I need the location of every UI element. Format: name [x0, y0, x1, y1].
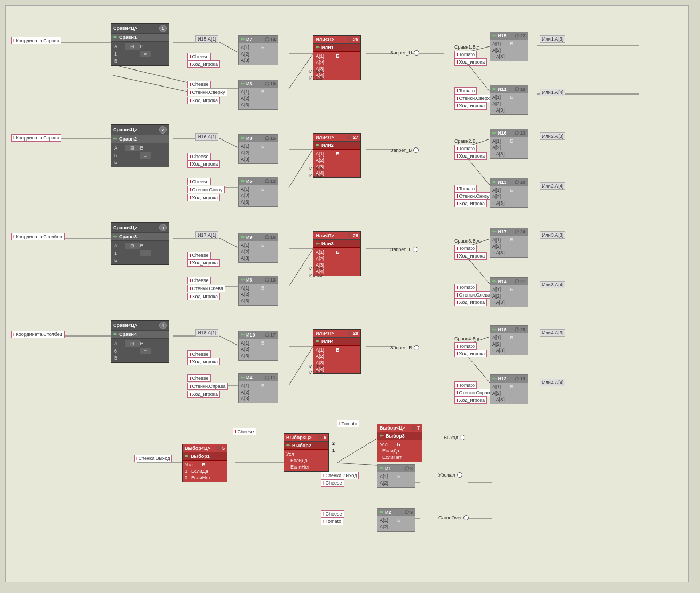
cheese-i5: ICheese: [187, 178, 211, 185]
i16-block[interactable]: ✏ И16 ⬠ 23 А[1]Б А[2] ○ А[3]: [490, 129, 528, 159]
i18-block[interactable]: ✏ И18 ⬠ 25 А[1]Б А[2] ○ А[3]: [490, 325, 528, 355]
i11-block[interactable]: ✏ И11 ⬠ 18 А[1]Б А[2] ○ А[3]: [490, 85, 528, 115]
srav2-b: В: [140, 145, 151, 151]
vybor1-sub: Выбор1: [191, 454, 210, 459]
input-koordinata-stroka-2: I Координата.Строка: [11, 134, 61, 142]
svg-line-44: [337, 463, 377, 465]
srav4-plus: ⊞: [125, 340, 140, 347]
srav4-a: А: [114, 341, 125, 346]
srav1-eq: =: [140, 51, 151, 57]
input-koordinata-stolbec-2: I Координата.Столбец: [11, 331, 65, 338]
i3-block[interactable]: ✏ И3 ⬠ 10 А[1]Б А[2] А[3]: [238, 80, 278, 110]
vyhod-output: Выход: [444, 434, 465, 440]
srav2-6: 6: [114, 153, 125, 158]
stenki-sverhu: IСтенки.Сверху: [187, 89, 227, 96]
i12-block[interactable]: ✏ И12 ⬠ 19 А[1]Б А[2] ○ А[3]: [490, 374, 528, 404]
i1-block[interactable]: ✏ И1 ⬠ 8 А[1]Б А[2]: [377, 464, 415, 488]
srav4-b2: Б: [114, 355, 125, 361]
svg-line-12: [219, 138, 241, 149]
i8-block[interactable]: ✏ И8 ⬠ 15 А[1]Б А[2] А[3]: [238, 134, 278, 164]
hod-igr-i6: IХод_игрока: [187, 293, 220, 300]
i5-block[interactable]: ✏ И5 ⬠ 12 А[1]Б А[2] А[3]: [238, 177, 278, 207]
conn-i17b: И17.Б: [309, 266, 323, 271]
i-icon-4: I: [13, 332, 15, 337]
cheese-i2: ICheese: [321, 510, 344, 518]
svg-line-19: [219, 238, 241, 249]
stenki-sverhu-r1: IСтенки.Сверху: [454, 95, 494, 102]
srav3-badge: 3: [159, 224, 167, 231]
srav1-b-eq: Сравн1.В.=: [454, 44, 480, 50]
i17-block[interactable]: ✏ И17 ⬠ 24 А[1]Б А[2] ○ А[3]: [490, 228, 528, 258]
stenki-sprava-r4: IСтенки.Справа: [454, 389, 495, 396]
hod-igr-r2b: IХод_игрока: [454, 200, 487, 207]
vybor3-block[interactable]: Выбор<Ц> ⬠ 7 ✏ Выбор3 УслБ ЕслиДа ЕслиНе…: [377, 424, 422, 462]
cheese-input-4: ICheese: [187, 350, 211, 358]
i6-block[interactable]: ✏ И6 ⬠ 13 А[1]Б А[2] А[3]: [238, 276, 278, 306]
hod-igr-r4b: IХод_игрока: [454, 396, 487, 404]
i4-block[interactable]: ✏ И4 ⬠ 11 А[1]Б А[2] А[3]: [238, 373, 278, 403]
srav4-6: 6: [114, 348, 125, 354]
i1-label: И1: [385, 466, 391, 471]
srav3-sub: Сравн3: [119, 234, 137, 239]
srav4-eq: =: [140, 348, 151, 354]
srav1-1: 1: [114, 51, 125, 57]
vybor2-block[interactable]: Выбор<Ц> ⬠ 6 ✏ Выбор2 Усл ЕслиДа ЕслиНет: [284, 433, 329, 472]
srav3-block[interactable]: Сравн<Ц> 3 ✏ Сравн3 А ⊞ В 1 = Б: [111, 222, 169, 265]
i9-label: И9: [246, 235, 252, 240]
ili1-a3-output: Или1.А[3]: [540, 35, 565, 43]
cheese-vybor2: ICheese: [233, 428, 256, 435]
i11-label: И11: [498, 87, 506, 92]
canvas: I Координата.Строка Сравн<Ц> 1 ✏ Сравн1 …: [5, 5, 689, 582]
srav3-1: 1: [114, 251, 125, 256]
pencil-icon-3: ✏: [113, 234, 117, 239]
pencil-icon: ✏: [113, 35, 117, 40]
conn-i14b: И14.Б: [309, 272, 323, 278]
ili1-a4-output: Или1.А[4]: [540, 89, 565, 96]
vybor1-block[interactable]: Выбор<Ц> ⬠ 5 ✏ Выбор1 УслБ 3ЕслиДа 0Если…: [182, 444, 227, 482]
srav2-plus: ⊞: [125, 145, 140, 151]
tomato-r4b: ITomato: [454, 381, 477, 389]
i14-block[interactable]: ✏ И14 ⬠ 21 А[1]Б А[2] ○ А[3]: [490, 277, 528, 307]
i14-label: И14: [498, 279, 506, 284]
ili3-a3-output: Или3.А[3]: [540, 231, 565, 239]
hod-igr-r4: IХод_игрока: [454, 350, 487, 357]
srav3-header: Сравн<Ц>: [113, 225, 137, 230]
srav1-plus: ⊞: [125, 43, 140, 50]
i7-a2: А[2]: [241, 51, 249, 57]
vybor1-header: Выбор<Ц>: [185, 446, 210, 451]
i9-block[interactable]: ✏ И9 ⬠ 16 А[1]Б А[2] А[3]: [238, 233, 278, 263]
i-icon: I: [13, 38, 15, 43]
srav2-block[interactable]: Сравн<Ц> 2 ✏ Сравн2 А ⊞ В 6 = Б: [111, 124, 169, 167]
i8-label: И8: [246, 136, 252, 141]
i15-block[interactable]: ✏ И15 ⬠ 22 А[1]Б А[2] ○ А[3]: [490, 32, 528, 61]
vybor2-sub: Выбор2: [292, 443, 311, 448]
input-label-2: Координата.Строка: [16, 135, 59, 141]
i5-label: И5: [246, 178, 252, 184]
ход-игрока-3: IХод_игрока: [187, 259, 220, 267]
hod-igr-r3b: IХод_игрока: [454, 299, 487, 306]
tomato-r3: ITomato: [454, 245, 477, 252]
srav1-a-label: А: [114, 44, 125, 49]
srav1-badge: 1: [159, 25, 167, 32]
conn-i16b: И16.Б: [309, 166, 323, 171]
input-label: Координата.Строка: [16, 38, 59, 43]
stenki-vyhod-input: IСтенки.Выход: [134, 455, 172, 462]
cheese-i6: ICheese: [187, 277, 211, 284]
tomato-r2b: ITomato: [454, 185, 477, 192]
conn-i16a1: И16.А[1]: [195, 133, 218, 141]
tomato-r4: ITomato: [454, 342, 477, 350]
i10-block[interactable]: ✏ И10 ⬠ 17 А[1]Б А[2] А[3]: [238, 331, 278, 361]
conn-i17a1: И17.А[1]: [195, 231, 218, 239]
svg-line-43: [337, 439, 377, 463]
srav1-block[interactable]: Сравн<Ц> 1 ✏ Сравн1 А ⊞ В 1 = Б: [111, 23, 169, 66]
tomato-vybor3: ITomato: [337, 420, 359, 427]
ili3-sub: Или3: [321, 241, 334, 246]
srav3-eq: =: [140, 250, 151, 256]
i7-block[interactable]: ✏ И7 ⬠ 14 А[1]Б А[2] А[3]: [238, 35, 278, 65]
i13-block[interactable]: ✏ И13 ⬠ 20 А[1]Б А[2] ○ А[3]: [490, 178, 528, 208]
ili2-a4-output: Или2.А[4]: [540, 182, 565, 190]
i2-block[interactable]: ✏ И2 ⬠ 9 А[1]Б А[2]: [377, 508, 415, 532]
srav4-block[interactable]: Сравн<Ц> 4 ✏ Сравн4 А ⊞ В 6 = Б: [111, 320, 169, 363]
ili2-header: Или<Л>: [316, 135, 334, 140]
tomato-r1: ITomato: [454, 51, 477, 58]
